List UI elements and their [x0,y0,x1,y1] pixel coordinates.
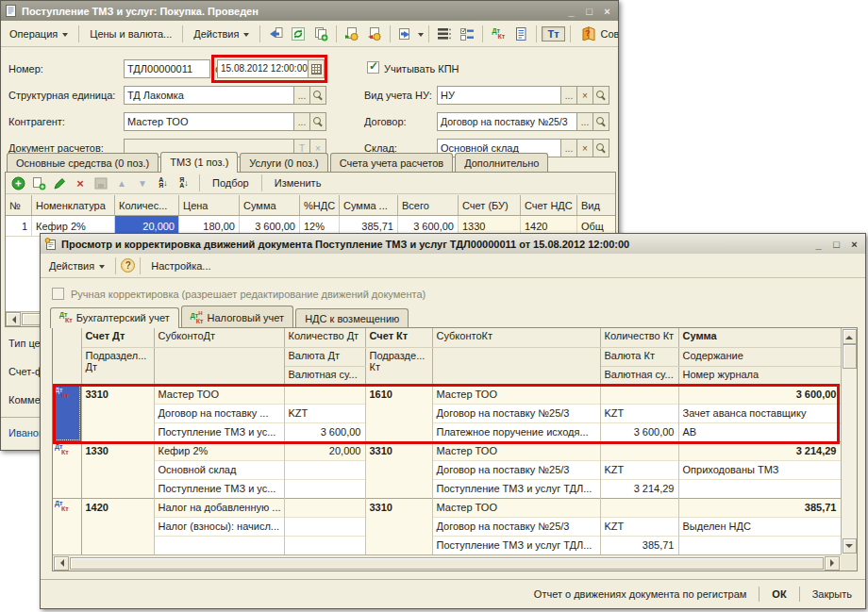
actions-menu[interactable]: Действия [43,257,110,274]
credit-quantity-cell[interactable] [600,441,678,460]
minimize-icon[interactable]: _ [811,238,826,251]
select-button[interactable]: ... [560,140,576,157]
cell-num[interactable]: 1 [6,216,32,236]
tab-additional[interactable]: Дополнительно [455,153,548,172]
scroll-right-button[interactable] [825,556,840,571]
close-icon[interactable]: × [847,238,861,251]
movements-hscrollbar[interactable] [53,554,841,571]
chevron-down-icon[interactable] [418,33,424,37]
tab-services[interactable]: Услуги (0 поз.) [240,153,327,172]
scroll-left-button[interactable] [54,556,69,571]
lookup-button[interactable] [309,113,326,130]
prices-currency-menu[interactable]: Цены и валюта... [84,25,177,42]
kpn-checkbox[interactable]: ✓ [367,61,379,74]
window-titlebar[interactable]: Просмотр и корректировка движений докуме… [41,234,865,254]
clear-button[interactable]: × [576,87,593,104]
journal-number-cell[interactable] [678,479,841,498]
debit-account-cell[interactable]: 1420 [81,498,154,554]
debit-subconto-cell[interactable]: Налог на добавленную ... [154,498,284,517]
journal-number-cell[interactable] [678,536,841,554]
credit-subconto-cell[interactable]: Договор на поставку №25/3 [432,460,600,479]
credit-subconto-cell[interactable]: Поступление ТМЗ и услуг ТДЛ... [432,479,600,498]
credit-currency-amount-cell[interactable]: 385,71 [600,536,678,554]
debit-currency-amount-cell[interactable] [284,479,365,498]
move-up-button[interactable]: ▲ [113,175,130,191]
credit-quantity-cell[interactable] [600,498,678,517]
dtkt-row-icon-cell[interactable]: ДтКт [53,498,81,554]
structural-unit-input[interactable]: ТД Лакомка ... [124,86,326,105]
lookup-button[interactable] [309,87,326,104]
sort-asc-button[interactable]: АЯ↓ [155,175,172,191]
tab-settlement-accounts[interactable]: Счета учета расчетов [330,153,453,172]
tab-tmz[interactable]: ТМЗ (1 поз.) [160,152,238,173]
select-button[interactable]: ... [293,113,309,130]
amount-cell[interactable]: 385,71 [678,498,841,517]
add-row-button[interactable] [9,175,26,191]
totals-toggle-button[interactable]: Тт [542,26,564,41]
pick-button[interactable]: Подбор [207,175,255,190]
clear-button[interactable]: × [576,140,593,157]
content-cell[interactable]: Оприходованы ТМЗ [678,460,841,479]
credit-account-cell[interactable]: 3310 [365,498,432,554]
tab-tax-accounting[interactable]: ДтНКт Налоговый учет [181,306,293,327]
credit-subconto-cell[interactable]: Мастер ТОО [432,498,600,517]
tab-accounting[interactable]: ДтКт Бухгалтерский учет [50,307,179,328]
dtkt-movements-button[interactable]: ДтКт [488,25,509,43]
debit-currency-amount-cell[interactable] [284,536,365,554]
number-input[interactable]: ТДЛ00000011 [124,59,210,78]
change-button[interactable]: Изменить [269,175,327,190]
movement-line-3[interactable]: Поступление ТМЗ и ус...Поступление ТМЗ и… [53,479,841,498]
actions-menu[interactable]: Действия [188,25,255,42]
help-icon[interactable]: ? [121,258,135,273]
credit-account-cell[interactable]: 3310 [365,441,432,498]
unpost-movements-button[interactable] [364,25,385,43]
movement-line-main[interactable]: ДтКт1330Кефир 2%20,0003310Мастер ТОО3 21… [53,441,841,460]
structure-button[interactable] [434,25,455,43]
lookup-button[interactable] [593,113,609,130]
amount-cell[interactable]: 3 214,29 [678,441,841,460]
tab-vat-refund[interactable]: НДС к возмещению [295,308,409,327]
edit-row-button[interactable] [51,175,68,191]
operation-menu[interactable]: Операция [4,25,74,42]
select-button[interactable]: ... [576,113,593,130]
close-button[interactable]: Закрыть [809,586,856,603]
credit-currency-amount-cell[interactable]: 3 214,29 [600,479,678,498]
registers-report-button[interactable]: Отчет о движениях документа по регистрам [530,586,751,603]
reread-button[interactable] [265,25,286,43]
copy-row-button[interactable] [30,175,47,191]
content-cell[interactable]: Выделен НДС [678,517,841,536]
goto-button[interactable] [395,25,416,43]
close-icon[interactable]: × [600,5,614,18]
debit-subconto-cell[interactable]: Поступление ТМЗ и ус... [154,479,284,498]
sort-desc-button[interactable]: ЯА↓ [175,175,192,191]
select-button[interactable]: ... [560,87,576,104]
copy-button[interactable] [310,25,331,43]
ok-button[interactable]: ОК [768,586,790,603]
post-movements-button[interactable] [342,25,362,43]
tab-fixed-assets[interactable]: Основные средства (0 поз.) [7,153,159,172]
credit-subconto-cell[interactable]: Мастер ТОО [432,441,600,460]
minimize-icon[interactable]: _ [564,5,578,18]
movements-report-button[interactable] [510,25,531,43]
debit-subconto-cell[interactable] [154,536,284,554]
credit-subconto-cell[interactable]: Договор на поставку №25/3 [432,517,600,536]
maximize-icon[interactable]: □ [829,238,843,251]
debit-subconto-cell[interactable]: Налог (взносы): начисл... [154,517,284,536]
debit-quantity-cell[interactable]: 20,000 [284,441,365,460]
credit-subconto-cell[interactable]: Поступление ТМЗ и услуг ТДЛ... [432,536,600,554]
window-titlebar[interactable]: Поступление ТМЗ и услуг: Покупка. Провед… [1,1,618,21]
counterparty-input[interactable]: Мастер ТОО ... [124,112,326,131]
settings-button[interactable]: Настройка... [145,257,216,274]
scroll-thumb[interactable] [70,557,824,570]
delete-row-button[interactable]: × [72,175,89,191]
movement-line-2[interactable]: Основной складДоговор на поставку №25/3K… [53,460,841,479]
lookup-button[interactable] [593,87,609,104]
credit-currency-cell[interactable]: KZT [600,517,678,536]
lookup-button[interactable] [593,140,609,157]
debit-quantity-cell[interactable] [284,498,365,517]
movement-line-main[interactable]: ДтКт1420Налог на добавленную ...3310Маст… [53,498,841,517]
credit-currency-cell[interactable]: KZT [600,460,678,479]
scroll-up-button[interactable] [843,329,857,344]
debit-currency-cell[interactable] [284,517,365,536]
scroll-down-button[interactable] [843,538,857,554]
